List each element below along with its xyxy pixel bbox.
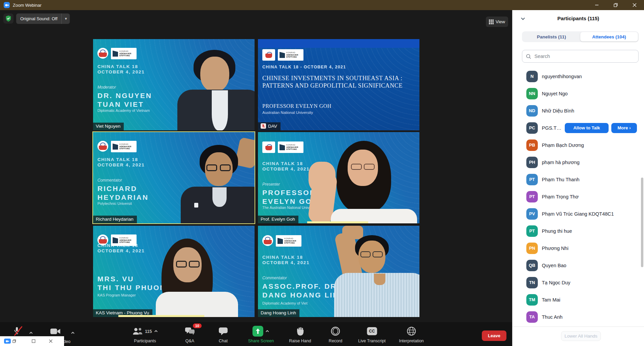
chat-button[interactable]: Chat [218,326,228,343]
slide-event-title: CHINA TALK 18 [97,157,138,162]
dav-logo-icon [97,48,108,59]
microphone-muted-icon [13,326,21,336]
participant-row[interactable]: NDNhữ Diệu Bình [513,102,644,119]
participants-list[interactable]: NnguyenthihongvanNNNguyet NgoNDNhữ Diệu … [513,68,644,325]
slide-event-title: CHINA TALK 18 [262,255,303,260]
security-shield-icon[interactable] [3,13,13,24]
participant-row[interactable]: TNTạ Ngọc Duy [513,274,644,291]
participant-row[interactable]: PHphạm hà phương [513,154,644,171]
lower-all-hands-button[interactable]: Lower All Hands [561,331,601,341]
view-button[interactable]: View [486,17,508,27]
maximize-icon[interactable] [32,339,35,343]
participant-row[interactable]: PCPGS.T…Allow to TalkMore › [513,119,644,136]
participant-row[interactable]: PBPhạm Bạch Dương [513,136,644,154]
video-tile-richard-heydarian: KONRADADENAUERSTIFTUNG CHINA TALK 18 OCT… [93,132,255,223]
video-options-chevron-icon[interactable] [71,329,75,336]
participants-button[interactable]: 115 Participants [132,326,158,343]
participant-row[interactable]: NNNguyet Ngo [513,85,644,102]
slide-speaker-name: PROFESSOR EVELYN GOH [262,103,331,109]
participants-panel: Participants (115) Panelists (11) Attend… [512,10,644,346]
search-box[interactable] [522,50,639,63]
audio-options-chevron-icon[interactable] [29,329,33,336]
original-sound-label: Original Sound: Off [16,16,61,21]
participant-name: nguyenthihongvan [542,74,582,79]
slide-event-date: OCTOBER 4, 2021 [97,248,145,253]
tab-attendees[interactable]: Attendees (104) [580,32,638,41]
participant-row[interactable]: PNPhương Nhi [513,240,644,257]
leave-button[interactable]: Leave [482,331,506,341]
qa-button[interactable]: 10 Q&A [185,326,195,343]
participant-name-label: DAV [258,122,281,130]
original-sound-caret-icon[interactable]: ▼ [61,13,70,24]
video-tile-viet-nguyen: KONRADADENAUERSTIFTUNG CHINA TALK 18 OCT… [93,39,255,130]
participant-row[interactable]: PTPhung thi hue [513,222,644,240]
participant-name: Tạ Ngọc Duy [542,280,570,285]
participant-name-label: Richard Heydarian [93,216,137,223]
qa-icon [185,327,195,336]
slide-role: Moderator [97,85,116,90]
globe-icon [406,326,416,336]
minimize-button[interactable] [587,0,606,10]
participant-row[interactable]: TAThuc Anh [513,308,644,325]
restore-icon[interactable] [12,339,16,343]
scrollbar-thumb[interactable] [641,178,643,267]
slide-speaker-name: ASSOC.PROF. DR. [262,282,340,290]
slide-speaker-name: HEYDARIAN [97,193,149,201]
record-label: Record [329,339,342,343]
participant-name-label: Dang Hoang Linh [258,309,299,317]
participant-row[interactable]: PTPhạm Thu Thanh [513,171,644,188]
participant-row[interactable]: QBQuyen Bao [513,257,644,274]
video-button[interactable] [50,327,61,337]
camera-icon [50,327,61,335]
zoom-app-icon [4,2,10,8]
search-input[interactable] [534,53,630,59]
slide-event-title: CHINA TALK 18 [262,161,303,166]
participant-name: Phạm Bạch Dương [542,143,584,148]
interpretation-button[interactable]: Interpretation [399,326,424,343]
participant-row[interactable]: PVPhạm Vũ Trúc Giang KDQT48C1 [513,205,644,222]
video-button-label: deo [63,339,70,344]
restore-button[interactable] [606,0,625,10]
interpretation-label: Interpretation [399,339,424,343]
kas-logo-icon: KONRADADENAUERSTIFTUNG [278,141,303,153]
participant-avatar: TN [526,277,538,288]
raise-hand-button[interactable]: Raise Hand [289,326,311,343]
slide-speaker-name: TUAN VIET [97,100,144,108]
close-button[interactable] [625,0,644,10]
search-icon [526,54,531,59]
participant-avatar: PC [526,122,538,134]
window-titlebar: Zoom Webinar [0,0,644,10]
more-button[interactable]: More › [611,123,637,133]
slide-event-title: CHINA TALK 18 [97,64,138,69]
original-sound-button[interactable]: Original Sound: Off ▼ [16,13,70,24]
kas-logo-icon: KONRADADENAUERSTIFTUNG [111,141,137,152]
participant-avatar: PH [526,157,538,168]
slide-speaker-org: Australian National University [262,111,313,115]
dav-logo-icon [262,235,273,246]
participant-name: Thuc Anh [542,314,562,320]
zoom-webinar-window: Zoom Webinar Original Sound: Off ▼ View [0,0,644,346]
slide-event-date: OCTOBER 4, 2021 [97,69,145,74]
participant-row[interactable]: TMTam Mai [513,291,644,308]
floating-window-titlebar [0,336,64,346]
mute-button[interactable] [13,326,22,336]
slide-speaker-org: KAS Program Manager [97,293,136,297]
tab-panelists[interactable]: Panelists (11) [523,32,580,41]
close-icon[interactable] [49,339,53,343]
allow-to-talk-button[interactable]: Allow to Talk [565,123,609,133]
slide-speaker-org: Polytechnic Universit [97,201,132,206]
participant-name: Nguyet Ngo [542,91,568,96]
slide-speaker-name: RICHARD [97,185,137,193]
chat-label: Chat [219,339,228,343]
share-screen-button[interactable]: Share Screen [248,326,274,343]
participant-name: Phạm Vũ Trúc Giang KDQT48C1 [542,211,614,217]
participant-row[interactable]: Nnguyenthihongvan [513,68,644,85]
view-label: View [496,19,505,24]
kas-logo-icon: KONRADADENAUERSTIFTUNG [111,48,137,59]
raise-hand-icon [296,326,304,336]
participant-row[interactable]: PTPhạm Trọng Thơ [513,188,644,205]
collapse-panel-chevron-icon[interactable] [521,15,525,22]
participants-icon [132,327,143,336]
live-transcript-button[interactable]: CC Live Transcript [358,326,385,343]
record-button[interactable]: Record [329,326,342,343]
